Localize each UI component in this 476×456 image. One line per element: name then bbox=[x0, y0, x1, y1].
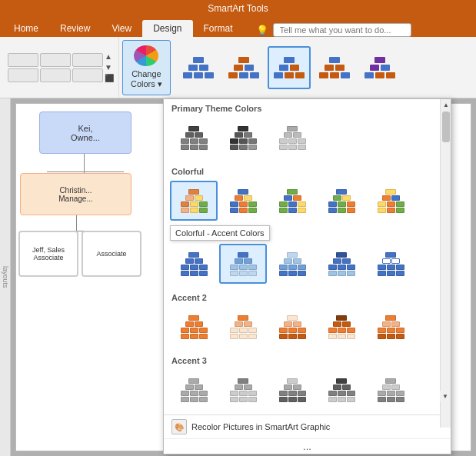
color-item-a3-5[interactable] bbox=[367, 370, 414, 410]
accent1-grid bbox=[164, 241, 451, 288]
primary-grid bbox=[164, 115, 451, 162]
title-label: SmartArt Tools bbox=[208, 3, 268, 14]
org-line-v bbox=[84, 154, 85, 173]
org-line-v2 bbox=[76, 215, 77, 231]
more-button[interactable]: ... bbox=[164, 438, 451, 454]
section-primary-title: Primary Theme Colors bbox=[164, 99, 451, 115]
color-item-a3-4[interactable] bbox=[318, 370, 365, 410]
color-item-c3[interactable] bbox=[268, 181, 316, 221]
scroll-up-arrow[interactable]: ▲ bbox=[105, 52, 114, 62]
recolor-icon: 🎨 bbox=[171, 419, 187, 434]
change-colors-label: ChangeColors ▾ bbox=[131, 69, 162, 89]
search-icon: 💡 bbox=[256, 25, 268, 36]
color-item-p2[interactable] bbox=[219, 118, 267, 158]
color-item-a1-4[interactable] bbox=[318, 244, 365, 284]
left-panel-label: layouts bbox=[2, 266, 9, 288]
ribbon-tabs: Home Review View Design Format 💡 bbox=[0, 17, 476, 37]
accent3-grid bbox=[164, 368, 451, 414]
change-colors-button[interactable]: ChangeColors ▾ bbox=[122, 40, 171, 95]
smartart-style-1[interactable] bbox=[177, 46, 220, 89]
color-item-c5[interactable] bbox=[367, 181, 414, 221]
layout-3[interactable] bbox=[72, 53, 103, 67]
section-accent2-title: Accent 2 bbox=[164, 288, 451, 305]
color-item-c1[interactable]: Colorful - Accent Colors bbox=[170, 181, 218, 221]
smartart-style-5[interactable] bbox=[358, 46, 401, 89]
tab-view[interactable]: View bbox=[101, 20, 142, 37]
dropdown-scrollbar[interactable]: ▲ ▼ bbox=[440, 99, 451, 428]
color-item-a1-5[interactable] bbox=[367, 244, 414, 284]
tooltip: Colorful - Accent Colors bbox=[170, 225, 270, 241]
layout-5[interactable] bbox=[40, 68, 71, 82]
color-item-p1[interactable] bbox=[170, 118, 218, 158]
color-item-a3-2[interactable] bbox=[219, 370, 267, 410]
colorful-grid: Colorful - Accent Colors bbox=[164, 178, 451, 225]
scroll-top-button[interactable]: ▲ bbox=[441, 99, 451, 110]
color-item-a1-1[interactable] bbox=[170, 244, 218, 284]
accent2-grid bbox=[164, 305, 451, 351]
tab-format[interactable]: Format bbox=[193, 20, 244, 37]
scroll-bottom-button[interactable]: ▼ bbox=[440, 391, 451, 401]
tab-review[interactable]: Review bbox=[49, 20, 101, 37]
scroll-down-arrow[interactable]: ▼ bbox=[105, 62, 114, 73]
org-node-bot1: Jeff, SalesAssociate bbox=[18, 231, 78, 277]
color-item-a2-1[interactable] bbox=[170, 307, 218, 347]
ribbon-toolbar: ▲ ▼ ⬛ ChangeColors ▾ bbox=[0, 37, 476, 98]
color-item-c4[interactable] bbox=[318, 181, 365, 221]
color-item-a3-3[interactable] bbox=[268, 370, 316, 410]
layout-2[interactable] bbox=[40, 53, 71, 67]
smartart-style-4[interactable] bbox=[313, 46, 356, 89]
scrollbar-thumb[interactable] bbox=[442, 112, 450, 142]
recolor-footer[interactable]: 🎨 Recolor Pictures in SmartArt Graphic bbox=[164, 414, 451, 438]
color-item-a1-2[interactable] bbox=[219, 244, 267, 284]
main-content: layouts Kei,Owne... Christin...Manage...… bbox=[0, 98, 476, 456]
section-accent3-title: Accent 3 bbox=[164, 351, 451, 368]
scroll-expand-arrow[interactable]: ⬛ bbox=[105, 73, 114, 84]
more-label: ... bbox=[303, 441, 311, 452]
scroll-arrows: ▲ ▼ ⬛ bbox=[105, 52, 114, 84]
recolor-label: Recolor Pictures in SmartArt Graphic bbox=[191, 422, 330, 431]
smartart-style-3[interactable] bbox=[268, 46, 311, 89]
color-item-a2-2[interactable] bbox=[219, 307, 267, 347]
tab-design[interactable]: Design bbox=[142, 20, 192, 37]
section-colorful-title: Colorful bbox=[164, 162, 451, 178]
tab-home[interactable]: Home bbox=[3, 20, 49, 37]
org-node-bot2: Associate bbox=[82, 231, 141, 277]
color-item-a1-3[interactable] bbox=[268, 244, 316, 284]
smartart-style-2[interactable] bbox=[222, 46, 265, 89]
layout-4[interactable] bbox=[8, 68, 38, 82]
search-input[interactable] bbox=[273, 23, 411, 37]
color-item-c2[interactable] bbox=[219, 181, 267, 221]
title-bar: SmartArt Tools bbox=[0, 0, 476, 17]
org-node-top: Kei,Owne... bbox=[39, 112, 131, 154]
layout-options bbox=[8, 53, 103, 82]
color-item-p3[interactable] bbox=[268, 118, 316, 158]
color-dropdown: Primary Theme Colors bbox=[163, 98, 451, 454]
layout-1[interactable] bbox=[8, 53, 38, 67]
color-wheel-icon bbox=[134, 45, 158, 67]
layouts-group: ▲ ▼ ⬛ bbox=[3, 37, 119, 98]
org-line-h bbox=[47, 171, 124, 172]
color-item-a2-3[interactable] bbox=[268, 307, 316, 347]
smartart-styles bbox=[177, 46, 401, 89]
color-item-a3-1[interactable] bbox=[170, 370, 218, 410]
org-node-mid: Christin...Manage... bbox=[20, 173, 131, 215]
layout-6[interactable] bbox=[72, 68, 103, 82]
left-panel: layouts bbox=[0, 98, 11, 456]
color-item-a2-4[interactable] bbox=[318, 307, 365, 347]
color-item-a2-5[interactable] bbox=[367, 307, 414, 347]
